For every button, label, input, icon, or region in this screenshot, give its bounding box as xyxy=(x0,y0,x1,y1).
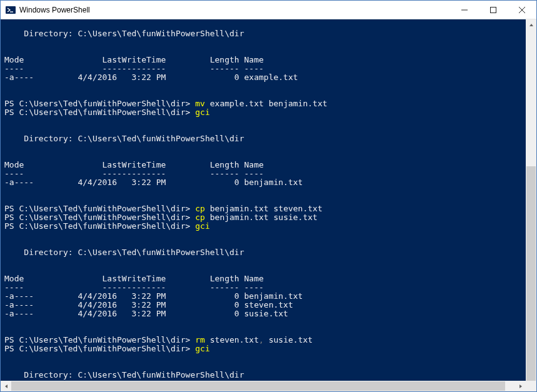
horizontal-scrollbar[interactable] xyxy=(1,381,526,391)
terminal-output[interactable]: Directory: C:\Users\Ted\funWithPowerShel… xyxy=(1,19,526,381)
maximize-button[interactable] xyxy=(479,1,508,19)
scroll-right-button[interactable] xyxy=(515,381,526,391)
powershell-window: Windows PowerShell Directory: C:\Users\T… xyxy=(0,0,537,392)
titlebar[interactable]: Windows PowerShell xyxy=(1,1,536,19)
console-area: Directory: C:\Users\Ted\funWithPowerShel… xyxy=(1,19,536,391)
scrollbar-corner xyxy=(526,381,536,391)
svg-rect-1 xyxy=(491,7,496,13)
horizontal-scrollbar-track[interactable] xyxy=(11,381,515,391)
scroll-left-button[interactable] xyxy=(1,381,11,391)
horizontal-scrollbar-thumb[interactable] xyxy=(11,381,505,391)
powershell-icon xyxy=(6,5,16,15)
minimize-button[interactable] xyxy=(450,1,479,19)
window-title: Windows PowerShell xyxy=(19,6,90,14)
close-button[interactable] xyxy=(508,1,536,19)
vertical-scrollbar-track[interactable] xyxy=(526,30,536,370)
vertical-scrollbar-thumb[interactable] xyxy=(526,166,536,391)
scroll-up-button[interactable] xyxy=(526,19,536,30)
vertical-scrollbar[interactable] xyxy=(526,19,536,381)
